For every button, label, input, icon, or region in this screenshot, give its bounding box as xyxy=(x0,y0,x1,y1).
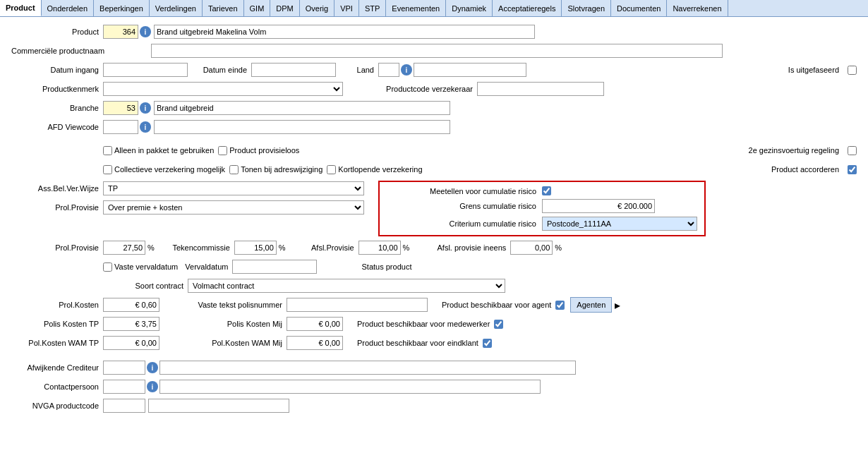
vervaldatum-label: Vervaldatum xyxy=(185,262,232,271)
prol-provisie-label: Prol.Provisie xyxy=(11,203,103,212)
accorderen-checkbox[interactable] xyxy=(848,165,857,174)
product-medewerker-label: Product beschikbaar voor medewerker xyxy=(343,320,494,328)
afwijkende-label: Afwijkende Crediteur xyxy=(11,363,103,372)
land-input[interactable] xyxy=(378,63,399,77)
tab-slotvragen[interactable]: Slotvragen xyxy=(562,0,611,16)
afsl-provisie-input[interactable] xyxy=(358,241,401,255)
kortlopende-label: Kortlopende verzekering xyxy=(336,165,426,174)
vaste-tekst-input[interactable] xyxy=(287,298,428,312)
grens-label: Grens cumulatie risico xyxy=(387,202,542,210)
alleen-pakket-checkbox[interactable] xyxy=(103,146,112,155)
product-agent-checkbox[interactable] xyxy=(555,301,565,310)
afwijkende-name-input[interactable] xyxy=(159,361,576,375)
polis-kosten-tp-input[interactable] xyxy=(103,317,159,331)
kortlopende-checkbox[interactable] xyxy=(327,165,336,174)
tab-gim[interactable]: GIM xyxy=(244,0,271,16)
pct2: % xyxy=(279,243,286,252)
collectieve-label: Collectieve verzekering mogelijk xyxy=(112,165,229,174)
polis-kosten-mij-input[interactable] xyxy=(287,317,343,331)
tekencommissie-input[interactable] xyxy=(234,241,277,255)
afwijkende-id-input[interactable] xyxy=(103,361,145,375)
afwijkende-info-icon[interactable]: i xyxy=(147,362,158,373)
contactpersoon-id-input[interactable] xyxy=(103,380,145,394)
commerciele-input[interactable] xyxy=(151,44,723,58)
tab-product[interactable]: Product xyxy=(0,0,42,16)
main-form: Product i Commerciële productnaam Datum … xyxy=(0,17,868,465)
nvga-value-input[interactable] xyxy=(148,399,289,413)
tab-naverrekenen[interactable]: Naverrekenen xyxy=(667,0,728,16)
criterium-select[interactable]: Postcode_1111AA xyxy=(542,217,697,231)
pct3: % xyxy=(403,243,410,252)
contactpersoon-name-input[interactable] xyxy=(159,380,541,394)
product-name-input[interactable] xyxy=(154,25,535,39)
contactpersoon-info-icon[interactable]: i xyxy=(147,381,158,392)
tab-dpm[interactable]: DPM xyxy=(270,0,299,16)
is-uitgefaseerd-checkbox[interactable] xyxy=(848,66,857,75)
prol-provisie-select[interactable]: Over premie + kosten xyxy=(103,200,364,215)
tonen-label: Tonen bij adreswijziging xyxy=(239,165,327,174)
ass-bel-inner-row: Ass.Bel.Ver.Wijze TP xyxy=(11,181,364,196)
datum-ingang-input[interactable] xyxy=(103,63,188,77)
afd-id-input[interactable] xyxy=(103,120,138,134)
prol-provisie2-input[interactable] xyxy=(103,241,145,255)
tab-tarieven[interactable]: Tarieven xyxy=(203,0,244,16)
datum-einde-input[interactable] xyxy=(251,63,336,77)
product-info-icon[interactable]: i xyxy=(140,26,151,37)
land-name-input[interactable] xyxy=(414,63,526,77)
datum-ingang-label: Datum ingang xyxy=(11,66,103,74)
provisie-pct-row: Prol.Provisie % Tekencommissie % Afsl.Pr… xyxy=(11,240,857,255)
tab-vpi[interactable]: VPI xyxy=(334,0,359,16)
productcode-input[interactable] xyxy=(477,82,604,96)
prol-kosten-label: Prol.Kosten xyxy=(11,301,103,309)
tekencommissie-label: Tekencommissie xyxy=(157,243,234,252)
afd-name-input[interactable] xyxy=(154,120,450,134)
collectieve-checkbox[interactable] xyxy=(103,165,112,174)
soort-contract-select[interactable]: Volmacht contract xyxy=(188,279,505,293)
meetellen-checkbox[interactable] xyxy=(542,186,551,195)
afsl-ineens-label: Afsl. provisie ineens xyxy=(411,243,510,252)
tab-evenementen[interactable]: Evenementen xyxy=(386,0,446,16)
grens-row: Grens cumulatie risico xyxy=(387,199,697,213)
vaste-vervaldatum-checkbox[interactable] xyxy=(103,262,112,272)
ass-bel-select[interactable]: TP xyxy=(103,181,364,195)
provisieloos-checkbox[interactable] xyxy=(218,146,227,155)
afd-info-icon[interactable]: i xyxy=(140,121,151,133)
afsl-ineens-input[interactable] xyxy=(510,241,553,255)
prol-kosten-input[interactable] xyxy=(103,298,159,312)
vervaldatum-input[interactable] xyxy=(232,260,317,274)
grens-input[interactable] xyxy=(542,199,655,213)
pct4: % xyxy=(555,243,562,252)
tab-stp[interactable]: STP xyxy=(359,0,386,16)
criterium-label: Criterium cumulatie risico xyxy=(387,219,542,228)
nvga-id-input[interactable] xyxy=(103,399,145,413)
agenten-button[interactable]: Agenten xyxy=(570,297,612,313)
pol-kosten-wam-mij-input[interactable] xyxy=(287,336,343,350)
product-medewerker-checkbox[interactable] xyxy=(494,320,503,329)
checkbox-row1: Alleen in pakket te gebruiken Product pr… xyxy=(11,143,857,158)
tab-verdelingen[interactable]: Verdelingen xyxy=(150,0,203,16)
tab-beperkingen[interactable]: Beperkingen xyxy=(94,0,150,16)
tab-overig[interactable]: Overig xyxy=(300,0,334,16)
prol-provisie-inner-row: Prol.Provisie Over premie + kosten xyxy=(11,200,364,215)
product-eindklant-checkbox[interactable] xyxy=(483,339,492,348)
productkenmerk-select[interactable] xyxy=(103,82,343,96)
branche-id-input[interactable] xyxy=(103,101,138,115)
alleen-pakket-label: Alleen in pakket te gebruiken xyxy=(112,146,218,155)
tab-onderdelen[interactable]: Onderdelen xyxy=(42,0,95,16)
tab-dynamiek[interactable]: Dynamiek xyxy=(446,0,493,16)
meetellen-row: Meetellen voor cumulatie risico xyxy=(387,186,697,195)
land-info-icon[interactable]: i xyxy=(401,64,412,76)
agenten-next-icon[interactable]: ▸ xyxy=(615,298,620,312)
pol-kosten-wam-tp-input[interactable] xyxy=(103,336,159,350)
tab-documenten[interactable]: Documenten xyxy=(611,0,667,16)
productkenmerk-row: Productkenmerk Productcode verzekeraar xyxy=(11,81,857,97)
commerciele-label: Commerciële productnaam xyxy=(11,47,103,55)
tab-acceptatieregels[interactable]: Acceptatieregels xyxy=(493,0,562,16)
soort-contract-row: Soort contract Volmacht contract xyxy=(11,278,857,294)
gezinsvoertuig-label: 2e gezinsvoertuig regeling xyxy=(749,146,843,155)
branche-name-input[interactable] xyxy=(154,101,450,115)
gezinsvoertuig-checkbox[interactable] xyxy=(848,146,857,155)
product-id-input[interactable] xyxy=(103,25,138,39)
tonen-checkbox[interactable] xyxy=(229,165,239,174)
branche-info-icon[interactable]: i xyxy=(140,102,151,114)
